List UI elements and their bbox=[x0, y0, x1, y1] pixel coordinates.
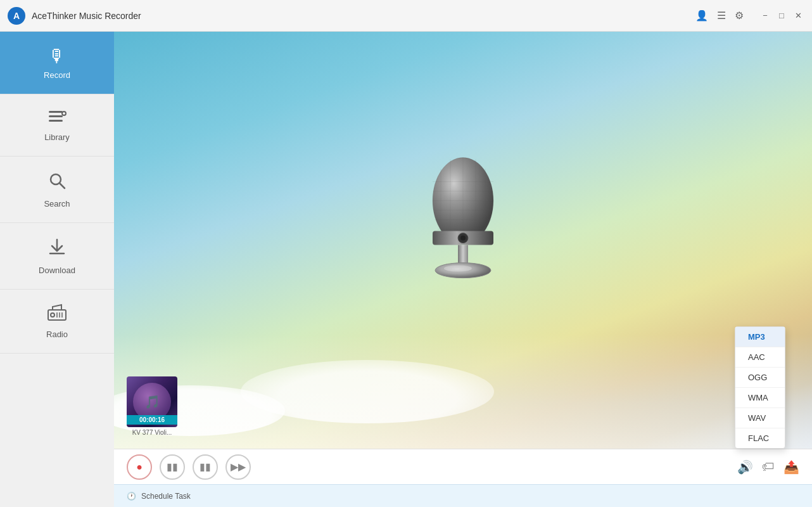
sidebar-item-library[interactable]: Library bbox=[0, 94, 114, 157]
radio-icon bbox=[46, 304, 68, 326]
track-time-badge: 00:00:16 bbox=[127, 415, 177, 425]
library-label: Library bbox=[44, 132, 70, 142]
main-layout: 🎙 Record Library bbox=[0, 32, 812, 507]
sidebar-item-download[interactable]: Download bbox=[0, 223, 114, 290]
app-logo: A bbox=[8, 7, 25, 25]
download-icon bbox=[47, 237, 67, 262]
search-label: Search bbox=[44, 199, 70, 209]
microphone-image bbox=[406, 138, 520, 315]
track-name: KV 377 Violi... bbox=[127, 429, 177, 436]
pause-icon: ▮▮ bbox=[200, 461, 211, 473]
svg-point-9 bbox=[51, 313, 54, 317]
format-option-flac[interactable]: FLAC bbox=[735, 428, 785, 448]
record-label: Record bbox=[44, 70, 70, 80]
controls-bar: ● ▮▮ ▮▮ ▶▶ 🔊 🏷 📤 bbox=[114, 449, 812, 484]
svg-rect-1 bbox=[49, 115, 63, 117]
search-icon bbox=[47, 170, 67, 195]
format-dropdown: MP3 AAC OGG WMA WAV FLAC bbox=[735, 326, 785, 449]
right-controls: 🔊 🏷 📤 bbox=[737, 459, 799, 475]
sidebar-item-radio[interactable]: Radio bbox=[0, 290, 114, 354]
clock-icon: 🕐 bbox=[127, 492, 136, 501]
svg-rect-0 bbox=[49, 111, 63, 113]
pause-button[interactable]: ▮▮ bbox=[193, 454, 218, 480]
next-icon: ▶▶ bbox=[231, 461, 246, 473]
record-icon: ● bbox=[136, 461, 143, 473]
volume-icon[interactable]: 🔊 bbox=[737, 459, 753, 475]
format-option-wav[interactable]: WAV bbox=[735, 408, 785, 428]
sidebar-item-record[interactable]: 🎙 Record bbox=[0, 32, 114, 94]
close-button[interactable]: ✕ bbox=[792, 10, 804, 22]
sidebar-item-search[interactable]: Search bbox=[0, 157, 114, 223]
track-thumbnail[interactable]: 00:00:16 KV 377 Violi... bbox=[127, 376, 177, 436]
track-art: 00:00:16 bbox=[127, 376, 177, 427]
format-option-wma[interactable]: WMA bbox=[735, 388, 785, 408]
sidebar: 🎙 Record Library bbox=[0, 32, 114, 507]
list-icon[interactable]: ☰ bbox=[717, 10, 726, 22]
schedule-label: Schedule Task bbox=[141, 492, 191, 501]
playback-controls: ● ▮▮ ▮▮ ▶▶ bbox=[127, 454, 737, 480]
download-label: Download bbox=[39, 266, 75, 275]
title-bar: A AceThinker Music Recorder 👤 ☰ ⚙ − □ ✕ bbox=[0, 0, 812, 32]
radio-label: Radio bbox=[46, 330, 68, 339]
maximize-button[interactable]: □ bbox=[775, 10, 788, 22]
record-icon: 🎙 bbox=[48, 46, 66, 67]
schedule-bar[interactable]: 🕐 Schedule Task bbox=[114, 484, 812, 507]
svg-point-28 bbox=[460, 236, 466, 241]
window-buttons: − □ ✕ bbox=[759, 10, 804, 22]
format-option-mp3[interactable]: MP3 bbox=[735, 327, 785, 347]
stop-icon: ▮▮ bbox=[167, 461, 178, 473]
next-button[interactable]: ▶▶ bbox=[225, 454, 251, 480]
cloud2 bbox=[241, 360, 494, 423]
tag-icon[interactable]: 🏷 bbox=[762, 459, 775, 474]
app-title: AceThinker Music Recorder bbox=[32, 11, 695, 21]
minimize-button[interactable]: − bbox=[759, 10, 771, 22]
export-icon[interactable]: 📤 bbox=[783, 459, 799, 475]
svg-point-32 bbox=[444, 266, 472, 272]
record-button[interactable]: ● bbox=[127, 454, 152, 480]
content-area: 00:00:16 KV 377 Violi... ● ▮▮ ▮▮ ▶▶ bbox=[114, 32, 812, 507]
stop-button[interactable]: ▮▮ bbox=[160, 454, 185, 480]
svg-line-7 bbox=[60, 183, 65, 188]
format-option-ogg[interactable]: OGG bbox=[735, 368, 785, 388]
settings-icon[interactable]: ⚙ bbox=[735, 10, 744, 22]
library-icon bbox=[48, 108, 67, 129]
background-area: 00:00:16 KV 377 Violi... bbox=[114, 32, 812, 449]
svg-rect-2 bbox=[49, 120, 63, 122]
format-option-aac[interactable]: AAC bbox=[735, 347, 785, 368]
svg-rect-29 bbox=[458, 245, 468, 264]
user-icon[interactable]: 👤 bbox=[695, 10, 708, 22]
clouds-overlay bbox=[114, 335, 812, 449]
title-bar-controls: 👤 ☰ ⚙ − □ ✕ bbox=[695, 10, 804, 22]
